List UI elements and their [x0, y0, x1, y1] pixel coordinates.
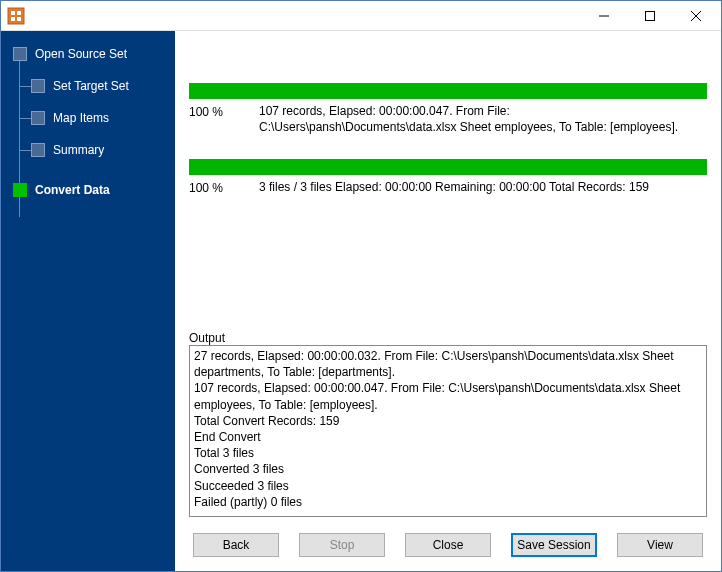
nav-label: Map Items: [53, 111, 109, 125]
log-line: End Convert: [194, 429, 702, 445]
save-session-button[interactable]: Save Session: [511, 533, 597, 557]
file-progress-details: 107 records, Elapsed: 00:00:00.047. From…: [259, 103, 707, 135]
close-button[interactable]: [673, 2, 719, 30]
nav-tree: Open Source Set Set Target Set Map Items…: [1, 41, 175, 203]
nav-open-source-set[interactable]: Open Source Set: [1, 41, 175, 67]
output-label: Output: [189, 325, 707, 345]
svg-rect-1: [11, 11, 15, 15]
app-icon: [7, 7, 25, 25]
svg-rect-6: [646, 11, 655, 20]
sidebar: Open Source Set Set Target Set Map Items…: [1, 31, 175, 571]
file-progress-pct: 100 %: [189, 103, 259, 120]
step-box-icon: [13, 183, 27, 197]
nav-label: Open Source Set: [35, 47, 127, 61]
maximize-button[interactable]: [627, 2, 673, 30]
titlebar-left: [7, 7, 31, 25]
window-controls: [581, 2, 719, 30]
log-line: Failed (partly) 0 files: [194, 494, 702, 510]
titlebar: [1, 1, 721, 31]
minimize-button[interactable]: [581, 2, 627, 30]
log-line: Succeeded 3 files: [194, 478, 702, 494]
total-progress-details: 3 files / 3 files Elapsed: 00:00:00 Rema…: [259, 179, 707, 195]
svg-rect-4: [17, 17, 21, 21]
nav-summary[interactable]: Summary: [1, 137, 175, 163]
log-line: 107 records, Elapsed: 00:00:00.047. From…: [194, 380, 702, 412]
svg-rect-3: [11, 17, 15, 21]
button-row: Back Stop Close Save Session View: [175, 523, 721, 571]
nav-set-target-set[interactable]: Set Target Set: [1, 73, 175, 99]
stop-button[interactable]: Stop: [299, 533, 385, 557]
nav-convert-data[interactable]: Convert Data: [1, 177, 175, 203]
step-box-icon: [31, 111, 45, 125]
content: 100 % 107 records, Elapsed: 00:00:00.047…: [175, 31, 721, 523]
file-progress-row: 100 % 107 records, Elapsed: 00:00:00.047…: [189, 103, 707, 135]
nav-label: Convert Data: [35, 183, 110, 197]
total-progress-row: 100 % 3 files / 3 files Elapsed: 00:00:0…: [189, 179, 707, 196]
view-button[interactable]: View: [617, 533, 703, 557]
step-box-icon: [13, 47, 27, 61]
log-line: 27 records, Elapsed: 00:00:00.032. From …: [194, 348, 702, 380]
svg-rect-2: [17, 11, 21, 15]
log-line: Total Convert Records: 159: [194, 413, 702, 429]
body: Open Source Set Set Target Set Map Items…: [1, 31, 721, 571]
total-progress-pct: 100 %: [189, 179, 259, 196]
main-panel: 100 % 107 records, Elapsed: 00:00:00.047…: [175, 31, 721, 571]
close-wizard-button[interactable]: Close: [405, 533, 491, 557]
svg-rect-0: [8, 8, 24, 24]
nav-label: Set Target Set: [53, 79, 129, 93]
app-window: Open Source Set Set Target Set Map Items…: [0, 0, 722, 572]
nav-label: Summary: [53, 143, 104, 157]
step-box-icon: [31, 143, 45, 157]
output-log[interactable]: 27 records, Elapsed: 00:00:00.032. From …: [189, 345, 707, 517]
file-progress-bar: [189, 83, 707, 99]
log-line: Converted 3 files: [194, 461, 702, 477]
back-button[interactable]: Back: [193, 533, 279, 557]
total-progress-bar: [189, 159, 707, 175]
log-line: Total 3 files: [194, 445, 702, 461]
step-box-icon: [31, 79, 45, 93]
nav-map-items[interactable]: Map Items: [1, 105, 175, 131]
